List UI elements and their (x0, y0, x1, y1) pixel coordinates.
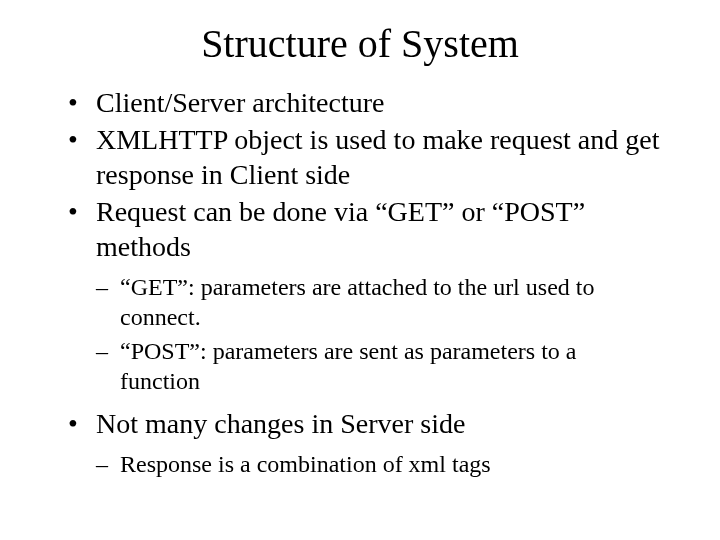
sub-bullet-list: “GET”: parameters are attached to the ur… (96, 272, 680, 396)
main-bullet-list: Client/Server architecture XMLHTTP objec… (0, 85, 720, 479)
sub-bullet-item: “GET”: parameters are attached to the ur… (96, 272, 680, 332)
sub-bullet-list: Response is a combination of xml tags (96, 449, 680, 479)
slide-title: Structure of System (0, 20, 720, 67)
bullet-text: Not many changes in Server side (96, 408, 465, 439)
sub-bullet-item: Response is a combination of xml tags (96, 449, 680, 479)
bullet-item: Not many changes in Server side Response… (68, 406, 720, 479)
bullet-text: Request can be done via “GET” or “POST” … (96, 196, 585, 262)
bullet-item: Request can be done via “GET” or “POST” … (68, 194, 720, 396)
bullet-item: Client/Server architecture (68, 85, 720, 120)
sub-bullet-item: “POST”: parameters are sent as parameter… (96, 336, 680, 396)
bullet-item: XMLHTTP object is used to make request a… (68, 122, 720, 192)
